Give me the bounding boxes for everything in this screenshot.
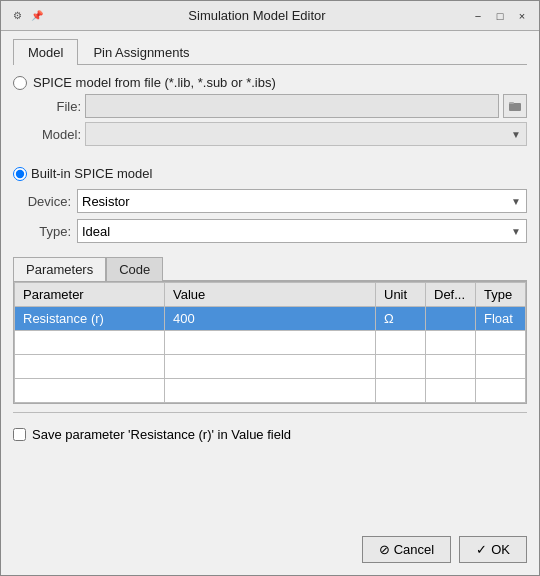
device-label: Device: xyxy=(13,194,71,209)
col-header-unit: Unit xyxy=(376,283,426,307)
device-select-wrapper: Resistor ▼ xyxy=(77,189,527,213)
spice-file-label: SPICE model from file (*.lib, *.sub or *… xyxy=(33,75,276,90)
builtin-label: Built-in SPICE model xyxy=(31,166,152,181)
builtin-radio[interactable] xyxy=(13,167,27,181)
cell-parameter: Resistance (r) xyxy=(15,307,165,331)
col-header-value: Value xyxy=(165,283,376,307)
folder-icon xyxy=(509,100,521,112)
table-row-empty-2 xyxy=(15,355,526,379)
minimize-button[interactable]: − xyxy=(469,7,487,25)
svg-rect-0 xyxy=(509,103,521,111)
type-select[interactable]: Ideal xyxy=(77,219,527,243)
cell-unit: Ω xyxy=(376,307,426,331)
content-area: Model Pin Assignments SPICE model from f… xyxy=(1,31,539,575)
param-table: Parameter Value Unit Def... Type Resista… xyxy=(14,282,526,403)
ok-icon: ✓ xyxy=(476,542,487,557)
save-checkbox-label: Save parameter 'Resistance (r)' in Value… xyxy=(32,427,291,442)
main-window: ⚙ 📌 Simulation Model Editor − □ × Model … xyxy=(0,0,540,576)
col-header-type: Type xyxy=(476,283,526,307)
titlebar: ⚙ 📌 Simulation Model Editor − □ × xyxy=(1,1,539,31)
separator xyxy=(13,412,527,413)
window-controls: − □ × xyxy=(469,7,531,25)
col-header-parameter: Parameter xyxy=(15,283,165,307)
table-row-empty-3 xyxy=(15,379,526,403)
cell-empty xyxy=(15,355,165,379)
table-header: Parameter Value Unit Def... Type xyxy=(15,283,526,307)
pin-icon: 📌 xyxy=(29,8,45,24)
cell-empty xyxy=(15,331,165,355)
main-tabs: Model Pin Assignments xyxy=(13,39,527,65)
device-select[interactable]: Resistor xyxy=(77,189,527,213)
type-label: Type: xyxy=(13,224,71,239)
window-title: Simulation Model Editor xyxy=(45,8,469,23)
subtab-code[interactable]: Code xyxy=(106,257,163,281)
file-field-row: File: xyxy=(33,94,527,118)
table-header-row: Parameter Value Unit Def... Type xyxy=(15,283,526,307)
type-row: Type: Ideal ▼ xyxy=(13,219,527,243)
tab-pin-assignments[interactable]: Pin Assignments xyxy=(78,39,204,65)
model-label: Model: xyxy=(33,127,81,142)
file-label: File: xyxy=(33,99,81,114)
titlebar-app-icons: ⚙ 📌 xyxy=(9,8,45,24)
subtabs: Parameters Code xyxy=(13,257,527,281)
cancel-button[interactable]: ⊘ Cancel xyxy=(362,536,451,563)
file-input[interactable] xyxy=(85,94,499,118)
ok-button[interactable]: ✓ OK xyxy=(459,536,527,563)
save-checkbox[interactable] xyxy=(13,428,26,441)
save-checkbox-row: Save parameter 'Resistance (r)' in Value… xyxy=(13,427,527,442)
close-button[interactable]: × xyxy=(513,7,531,25)
table-body: Resistance (r) 400 Ω Float xyxy=(15,307,526,403)
table-row[interactable]: Resistance (r) 400 Ω Float xyxy=(15,307,526,331)
ok-label: OK xyxy=(491,542,510,557)
table-row-empty-1 xyxy=(15,331,526,355)
model-select[interactable] xyxy=(85,122,527,146)
browse-button[interactable] xyxy=(503,94,527,118)
type-select-wrapper: Ideal ▼ xyxy=(77,219,527,243)
maximize-button[interactable]: □ xyxy=(491,7,509,25)
spice-file-section: SPICE model from file (*.lib, *.sub or *… xyxy=(13,75,527,150)
cell-default xyxy=(426,307,476,331)
spice-file-radio[interactable] xyxy=(13,76,27,90)
param-table-container: Parameter Value Unit Def... Type Resista… xyxy=(13,281,527,404)
cell-value: 400 xyxy=(165,307,376,331)
button-row: ⊘ Cancel ✓ OK xyxy=(13,536,527,563)
cell-empty xyxy=(15,379,165,403)
device-row: Device: Resistor ▼ xyxy=(13,189,527,213)
spice-file-radio-row: SPICE model from file (*.lib, *.sub or *… xyxy=(13,75,527,90)
model-select-wrapper: ▼ xyxy=(85,122,527,146)
subtab-parameters[interactable]: Parameters xyxy=(13,257,106,281)
cancel-icon: ⊘ xyxy=(379,542,390,557)
builtin-section: Built-in SPICE model Device: Resistor ▼ … xyxy=(13,166,527,249)
cell-type: Float xyxy=(476,307,526,331)
tab-model[interactable]: Model xyxy=(13,39,78,65)
app-icon: ⚙ xyxy=(9,8,25,24)
builtin-radio-row: Built-in SPICE model xyxy=(13,166,527,181)
svg-rect-1 xyxy=(509,102,514,104)
cancel-label: Cancel xyxy=(394,542,434,557)
col-header-def: Def... xyxy=(426,283,476,307)
model-field-row: Model: ▼ xyxy=(33,122,527,146)
